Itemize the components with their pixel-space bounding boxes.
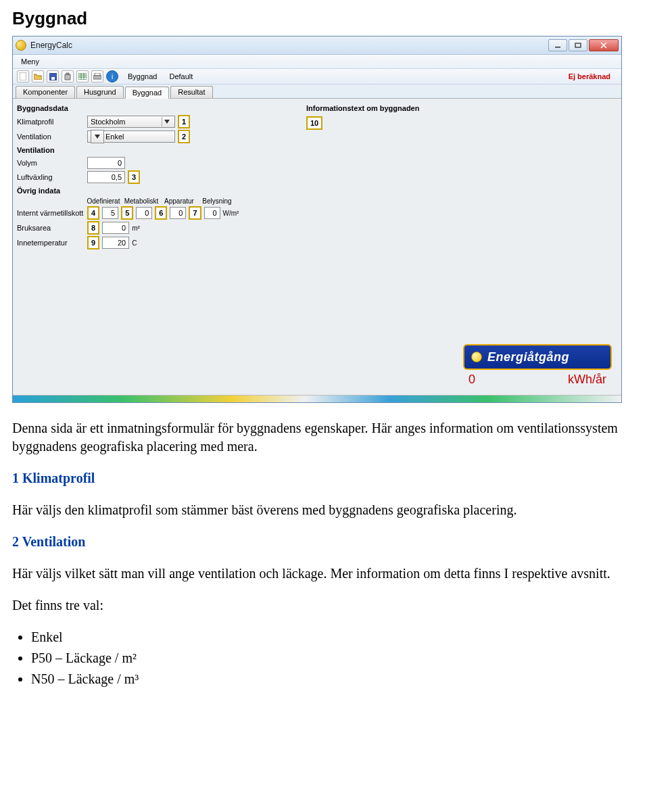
unit-wm2: W/m²: [223, 210, 239, 217]
list-intro: Det finns tre val:: [12, 596, 621, 615]
section-2-text: Här väljs vilket sätt man vill ange vent…: [12, 565, 621, 583]
save-icon[interactable]: [47, 70, 59, 82]
tab-byggnad[interactable]: Byggnad: [125, 87, 169, 99]
combo-klimatprofil[interactable]: Stockholm: [87, 116, 175, 128]
app-title: EnergyCalc: [30, 41, 548, 50]
tabbar: Komponenter Husgrund Byggnad Resultat: [13, 85, 621, 99]
heading-byggnadsdata: Byggnadsdata: [17, 104, 301, 112]
window-footer: [13, 395, 621, 402]
input-volym[interactable]: [87, 157, 125, 169]
svg-rect-4: [51, 77, 55, 80]
document-body: Denna sida är ett inmatningsformulär för…: [12, 419, 621, 688]
energy-button[interactable]: Energiåtgång: [463, 344, 612, 370]
table-icon[interactable]: [76, 70, 89, 82]
input-luftvaxling[interactable]: [87, 171, 125, 183]
list-item: Enkel: [31, 628, 621, 646]
input-metaboliskt[interactable]: [136, 207, 152, 219]
print-icon[interactable]: [91, 70, 103, 82]
menubar: Meny: [13, 55, 621, 69]
energy-output: 0 kWh/år: [463, 373, 612, 387]
input-belysning[interactable]: [204, 207, 220, 219]
close-button[interactable]: [589, 39, 619, 51]
col-apparatur: Apparatur: [160, 197, 198, 205]
input-innetemperatur[interactable]: [102, 237, 129, 249]
svg-rect-2: [20, 72, 26, 80]
chevron-down-icon: [91, 130, 104, 143]
status-ej-beraknad: Ej beräknad: [569, 72, 617, 80]
left-column: Byggnadsdata Klimatprofil Stockholm 1 Ve…: [17, 101, 301, 392]
marker-2: 2: [178, 130, 190, 143]
combo-ventilation[interactable]: Enkel: [87, 130, 175, 143]
open-icon[interactable]: [32, 70, 44, 82]
minimize-button[interactable]: [548, 39, 567, 51]
energy-unit: kWh/år: [568, 373, 606, 387]
label-innetemperatur: Innetemperatur: [17, 239, 85, 247]
marker-8: 8: [87, 221, 99, 235]
bulb-icon: [471, 352, 482, 362]
section-1-text: Här väljs den klimatprofil som stämmer b…: [12, 501, 621, 519]
intro-paragraph: Denna sida är ett inmatningsformulär för…: [12, 419, 621, 456]
label-volym: Volym: [17, 159, 85, 167]
list-item: N50 – Läckage / m³: [31, 670, 621, 688]
svg-rect-5: [78, 73, 87, 80]
marker-3: 3: [128, 170, 140, 184]
energy-panel: Energiåtgång 0 kWh/år: [463, 344, 612, 387]
svg-rect-7: [93, 76, 101, 79]
section-2-heading: 2 Ventilation: [12, 533, 621, 551]
energy-button-label: Energiåtgång: [487, 350, 569, 364]
energy-value: 0: [468, 373, 475, 387]
col-odefinierat: Odefinierat: [85, 197, 122, 205]
option-list: Enkel P50 – Läckage / m² N50 – Läckage /…: [31, 628, 621, 688]
label-klimatprofil: Klimatprofil: [17, 118, 85, 126]
right-column: Informationstext om byggnaden 10 Energiå…: [306, 101, 617, 392]
label-ventilation: Ventilation: [17, 133, 85, 141]
marker-10: 10: [306, 116, 322, 130]
unit-c: C: [132, 239, 137, 247]
marker-9: 9: [87, 236, 99, 249]
heading-ovrig-indata: Övrig indata: [17, 187, 301, 195]
chevron-down-icon: [162, 117, 172, 126]
new-icon[interactable]: [17, 70, 29, 82]
marker-4: 4: [87, 206, 99, 220]
heading-ventilation: Ventilation: [17, 146, 301, 154]
menu-meny[interactable]: Meny: [17, 56, 43, 67]
col-metaboliskt: Metaboliskt: [122, 197, 160, 205]
combo-klimatprofil-value: Stockholm: [91, 118, 125, 126]
app-window: EnergyCalc Meny i Byggnad Default Ej ber…: [12, 36, 622, 403]
info-icon[interactable]: i: [106, 70, 118, 82]
label-bruksarea: Bruksarea: [17, 224, 85, 232]
titlebar: EnergyCalc: [13, 37, 621, 55]
label-luftvaxling: Luftväxling: [17, 173, 85, 181]
label-internt-varme: Internt värmetillskott: [17, 209, 85, 217]
input-odefinierat[interactable]: [102, 207, 118, 219]
list-item: P50 – Läckage / m²: [31, 649, 621, 667]
toolbar: i Byggnad Default Ej beräknad: [13, 69, 621, 85]
form-area: Byggnadsdata Klimatprofil Stockholm 1 Ve…: [13, 99, 621, 395]
app-icon: [16, 40, 26, 51]
tab-komponenter[interactable]: Komponenter: [16, 86, 75, 98]
heading-infotext: Informationstext om byggnaden: [306, 104, 617, 112]
breadcrumb-byggnad: Byggnad: [128, 72, 157, 80]
window-controls: [548, 39, 619, 51]
breadcrumb-default: Default: [169, 72, 193, 80]
marker-5: 5: [121, 206, 133, 220]
tab-husgrund[interactable]: Husgrund: [76, 86, 124, 98]
page-title: Byggnad: [12, 8, 637, 29]
svg-rect-6: [95, 73, 100, 76]
marker-1: 1: [178, 115, 190, 128]
maximize-button[interactable]: [569, 39, 587, 51]
tab-resultat[interactable]: Resultat: [170, 86, 212, 98]
section-1-heading: 1 Klimatprofil: [12, 469, 621, 487]
col-belysning: Belysning: [198, 197, 236, 205]
input-apparatur[interactable]: [170, 207, 186, 219]
marker-6: 6: [155, 206, 167, 220]
unit-m2: m²: [132, 224, 140, 232]
marker-7: 7: [189, 206, 201, 220]
input-bruksarea[interactable]: [102, 222, 129, 234]
svg-rect-1: [575, 43, 581, 47]
combo-ventilation-value: Enkel: [105, 133, 124, 141]
svg-rect-0: [555, 47, 560, 48]
delete-icon[interactable]: [62, 70, 74, 82]
